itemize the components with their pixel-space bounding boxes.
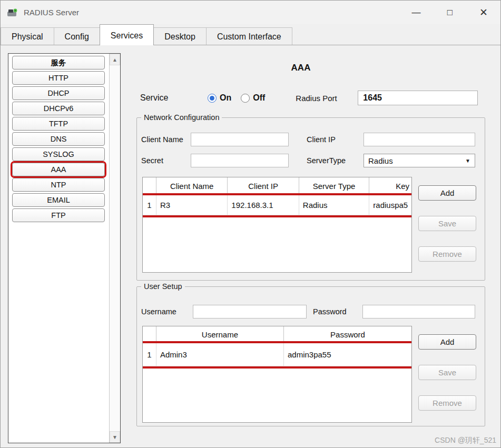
aaa-panel: AAA Service On Off Radius Port Network C…: [127, 51, 496, 443]
service-label: Service: [140, 93, 208, 103]
tab-custom-interface[interactable]: Custom Interface: [206, 27, 292, 45]
password-input[interactable]: [362, 305, 475, 318]
service-row: Service On Off Radius Port: [140, 90, 478, 106]
scroll-down-icon[interactable]: ▼: [110, 431, 120, 443]
tab-bar: Physical Config Services Desktop Custom …: [1, 24, 500, 45]
network-remove-button[interactable]: Remove: [418, 246, 476, 262]
username-label: Username: [141, 305, 176, 318]
minimize-button[interactable]: —: [399, 1, 433, 24]
service-off-label[interactable]: Off: [253, 93, 265, 103]
window-title: RADIUS Server: [24, 8, 79, 17]
network-save-button[interactable]: Save: [418, 216, 476, 231]
radius-server-window: RADIUS Server — □ ✕ Physical Config Serv…: [0, 0, 501, 448]
user-remove-button[interactable]: Remove: [418, 395, 476, 411]
close-button[interactable]: ✕: [467, 1, 500, 24]
password-cell: admin3pa55: [284, 343, 411, 366]
secret-label: Secret: [141, 154, 163, 167]
sidebar-item-dns[interactable]: DNS: [12, 132, 105, 146]
user-setup-group: User Setup Username Password Username Pa…: [136, 286, 485, 426]
client-name-input[interactable]: [191, 133, 289, 146]
tab-desktop[interactable]: Desktop: [153, 27, 207, 45]
key-cell: radiuspa5: [369, 195, 411, 215]
secret-input[interactable]: [191, 154, 289, 167]
network-config-legend: Network Configuration: [141, 113, 222, 122]
sidebar-item-ftp[interactable]: FTP: [12, 208, 105, 222]
sidebar-item-dhcp[interactable]: DHCP: [12, 86, 105, 100]
clients-table: Client Name Client IP Server Type Key 1 …: [142, 177, 412, 273]
app-icon: [7, 7, 19, 18]
server-type-label: ServerType: [307, 154, 346, 167]
username-input[interactable]: [193, 305, 307, 318]
sidebar-item-aaa[interactable]: AAA: [12, 163, 105, 176]
page-title: AAA: [127, 63, 475, 73]
server-type-header: Server Type: [299, 177, 369, 195]
client-ip-cell: 192.168.3.1: [228, 195, 299, 215]
table-row[interactable]: 1 R3 192.168.3.1 Radius radiuspa5: [143, 195, 411, 215]
user-add-button[interactable]: Add: [418, 334, 476, 350]
chevron-down-icon: ▼: [465, 158, 470, 164]
network-configuration-group: Network Configuration Client Name Client…: [136, 117, 485, 281]
scroll-up-icon[interactable]: ▲: [110, 54, 120, 65]
window-controls: — □ ✕: [399, 1, 500, 24]
services-list: 服务 HTTP DHCP DHCPv6 TFTP DNS SYSLOG AAA …: [8, 56, 109, 224]
users-table-header: Username Password: [143, 326, 411, 343]
maximize-button[interactable]: □: [433, 1, 467, 24]
network-add-button[interactable]: Add: [418, 185, 476, 201]
clients-table-header: Client Name Client IP Server Type Key: [143, 177, 411, 195]
tab-services[interactable]: Services: [100, 24, 154, 45]
server-type-select[interactable]: Radius ▼: [364, 154, 475, 167]
password-header: Password: [284, 326, 411, 343]
radius-port-input[interactable]: [358, 91, 478, 105]
titlebar: RADIUS Server — □ ✕: [1, 1, 500, 24]
row-number: 1: [143, 343, 156, 366]
radius-port-label: Radius Port: [296, 94, 358, 103]
client-name-label: Client Name: [141, 133, 183, 146]
row-number-header: [143, 326, 156, 343]
server-type-value: Radius: [368, 156, 393, 165]
row-number-header: [143, 177, 156, 195]
password-label: Password: [313, 305, 347, 318]
services-sidebar: 服务 HTTP DHCP DHCPv6 TFTP DNS SYSLOG AAA …: [8, 53, 121, 443]
key-header: Key: [369, 177, 411, 195]
table-row[interactable]: 1 Admin3 admin3pa55: [143, 343, 411, 366]
sidebar-item-tftp[interactable]: TFTP: [12, 117, 105, 131]
user-setup-legend: User Setup: [141, 282, 185, 291]
service-on-label[interactable]: On: [220, 93, 231, 103]
server-type-cell: Radius: [299, 195, 369, 215]
service-off-radio[interactable]: [241, 94, 250, 103]
tab-config[interactable]: Config: [54, 27, 100, 45]
sidebar-item-services-header[interactable]: 服务: [12, 56, 105, 69]
sidebar-scrollbar[interactable]: ▲ ▼: [109, 54, 120, 443]
service-on-radio[interactable]: [208, 94, 217, 103]
row-number: 1: [143, 195, 156, 215]
user-save-button[interactable]: Save: [418, 365, 476, 380]
tab-physical[interactable]: Physical: [1, 27, 54, 45]
users-table: Username Password 1 Admin3 admin3pa55: [142, 326, 412, 423]
sidebar-item-dhcpv6[interactable]: DHCPv6: [12, 102, 105, 115]
client-name-header: Client Name: [156, 177, 228, 195]
username-header: Username: [156, 326, 284, 343]
client-ip-header: Client IP: [228, 177, 299, 195]
client-ip-label: Client IP: [307, 133, 336, 146]
username-cell: Admin3: [156, 343, 284, 366]
client-ip-input[interactable]: [364, 133, 475, 146]
sidebar-item-syslog[interactable]: SYSLOG: [12, 147, 105, 161]
sidebar-item-ntp[interactable]: NTP: [12, 178, 105, 192]
sidebar-item-email[interactable]: EMAIL: [12, 193, 105, 207]
watermark: CSDN @玥轩_521: [435, 436, 496, 445]
sidebar-item-http[interactable]: HTTP: [12, 71, 105, 85]
client-name-cell: R3: [156, 195, 228, 215]
